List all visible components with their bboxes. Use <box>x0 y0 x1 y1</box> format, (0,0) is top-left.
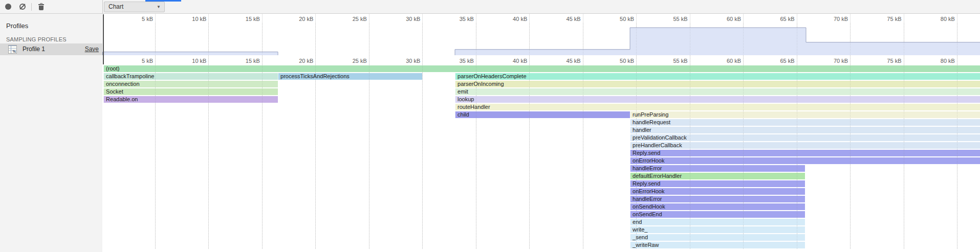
flame-bar-processTicksAndRejections[interactable]: processTicksAndRejections <box>278 73 422 80</box>
flame-bar-callbackTrampoline[interactable]: callbackTrampoline <box>103 73 278 80</box>
tick-label: 40 kB <box>493 16 527 22</box>
flame-bar-root[interactable]: (root) <box>103 65 980 72</box>
gridline-overlay <box>369 23 369 249</box>
toolbar: Chart ▼ <box>0 0 980 14</box>
tick-label: 20 kB <box>279 16 313 22</box>
tick-label: 10 kB <box>172 57 206 65</box>
tick-label: 15 kB <box>226 57 260 65</box>
flame-bar-handleError[interactable]: handleError <box>630 165 805 172</box>
tick-label: 70 kB <box>814 16 848 22</box>
view-mode-select[interactable]: Chart ▼ <box>104 2 165 12</box>
flame-bar-_writeRaw[interactable]: _writeRaw <box>630 242 805 248</box>
tick-label: 40 kB <box>493 57 527 65</box>
flame-bar-end[interactable]: end <box>630 219 805 225</box>
save-profile-link[interactable]: Save <box>85 45 99 53</box>
flame-bar-Reply.send[interactable]: Reply.send <box>630 180 805 187</box>
flame-bar-emit[interactable]: emit <box>455 88 980 95</box>
sampling-profiles-section-heading: SAMPLING PROFILES <box>6 36 67 42</box>
flame-bar-onconnection[interactable]: onconnection <box>103 81 278 87</box>
flame-bar-onErrorHook[interactable]: onErrorHook <box>630 188 805 195</box>
tick-label: 80 kB <box>921 57 955 65</box>
flame-bar-onSendHook[interactable]: onSendHook <box>630 203 805 210</box>
gridline-overlay <box>315 23 316 249</box>
tick-label: 65 kB <box>761 16 795 22</box>
flame-bar-handler[interactable]: handler <box>630 127 980 133</box>
flame-bar-defaultErrorHandler[interactable]: defaultErrorHandler <box>630 173 805 179</box>
flame-bar-handleRequest[interactable]: handleRequest <box>630 119 980 126</box>
flame-bar-onErrorHook[interactable]: onErrorHook <box>630 157 980 164</box>
tick-label: 10 kB <box>172 16 206 22</box>
tick-label: 15 kB <box>226 16 260 22</box>
gridline-overlay <box>583 23 583 249</box>
profile-document-icon: % <box>8 45 17 54</box>
overview-area-fill <box>103 52 278 55</box>
gridline-overlay <box>262 23 263 249</box>
chevron-down-icon: ▼ <box>157 2 161 12</box>
flame-bar-Reply.send[interactable]: Reply.send <box>630 150 980 156</box>
flame-bar-Socket[interactable]: Socket <box>103 88 278 95</box>
tick-label: 75 kB <box>868 16 902 22</box>
flame-bar-lookup[interactable]: lookup <box>455 96 980 103</box>
gridline-overlay <box>797 23 797 249</box>
tick-label: 45 kB <box>547 57 581 65</box>
tick-label: 45 kB <box>547 16 581 22</box>
tick-label: 35 kB <box>440 57 474 65</box>
gridline-overlay <box>904 23 904 249</box>
tick-label: 55 kB <box>654 16 688 22</box>
sidebar-item-profile-1[interactable]: % Profile 1 Save <box>0 43 102 55</box>
tick-label: 25 kB <box>333 57 367 65</box>
tick-label: 30 kB <box>386 16 420 22</box>
flame-bar-parserOnHeadersComplete[interactable]: parserOnHeadersComplete <box>455 73 980 80</box>
tick-label: 5 kB <box>119 57 153 65</box>
flame-bar-preHandlerCallback[interactable]: preHandlerCallback <box>630 142 980 149</box>
trash-icon <box>38 3 44 11</box>
gridline-overlay <box>155 23 156 249</box>
flame-bar-handleError[interactable]: handleError <box>630 196 805 202</box>
gridline-overlay <box>422 23 423 249</box>
flame-bar-routeHandler[interactable]: routeHandler <box>455 104 980 110</box>
sidebar: Profiles SAMPLING PROFILES % Profile 1 S… <box>0 14 102 252</box>
overview-range-handle[interactable] <box>103 14 104 64</box>
tick-label: 60 kB <box>707 16 741 22</box>
gridline-overlay <box>690 23 690 249</box>
flame-bar-preValidationCallback[interactable]: preValidationCallback <box>630 134 980 141</box>
tick-label: 70 kB <box>814 57 848 65</box>
toolbar-separator <box>31 3 32 11</box>
tick-label: 35 kB <box>440 16 474 22</box>
tick-label: 65 kB <box>761 57 795 65</box>
flame-bar-_send[interactable]: _send <box>630 234 805 241</box>
record-icon <box>5 4 11 10</box>
record-profile-button[interactable] <box>2 0 15 13</box>
devtools-profiler-window: Chart ▼ Profiles SAMPLING PROFILES % Pro… <box>0 0 980 252</box>
gridline-overlay <box>957 23 957 249</box>
allocation-overview-chart[interactable] <box>102 23 980 55</box>
flame-bar-onSendEnd[interactable]: onSendEnd <box>630 211 805 218</box>
tick-label: 30 kB <box>386 57 420 65</box>
delete-profile-button[interactable] <box>35 0 48 13</box>
flame-bar-parserOnIncoming[interactable]: parserOnIncoming <box>455 81 980 87</box>
tick-label: 80 kB <box>921 16 955 22</box>
tick-label: 5 kB <box>119 16 153 22</box>
clear-profiles-button[interactable] <box>16 0 29 13</box>
tick-label: 50 kB <box>600 57 634 65</box>
gridline-overlay <box>476 23 476 249</box>
flame-bar-child[interactable]: child <box>455 111 630 118</box>
flame-bar-Readable.on[interactable]: Readable.on <box>103 96 278 103</box>
gridline-overlay <box>529 23 530 249</box>
gridline-overlay <box>743 23 744 249</box>
tick-label: 60 kB <box>707 57 741 65</box>
profile-name: Profile 1 <box>23 45 45 53</box>
tick-label: 25 kB <box>333 16 367 22</box>
gridline-overlay <box>208 23 209 249</box>
tick-label: 50 kB <box>600 16 634 22</box>
flame-bar-write_[interactable]: write_ <box>630 226 805 233</box>
tick-label: 75 kB <box>868 57 902 65</box>
overview-area-fill <box>455 28 980 55</box>
chart-panel: 5 kB10 kB15 kB20 kB25 kB30 kB35 kB40 kB4… <box>102 14 980 252</box>
tick-label: 55 kB <box>654 57 688 65</box>
gridline-overlay <box>850 23 851 249</box>
profiles-heading: Profiles <box>6 22 28 30</box>
view-mode-value: Chart <box>108 3 123 10</box>
flame-bar-runPreParsing[interactable]: runPreParsing <box>630 111 980 118</box>
tick-label: 20 kB <box>279 57 313 65</box>
